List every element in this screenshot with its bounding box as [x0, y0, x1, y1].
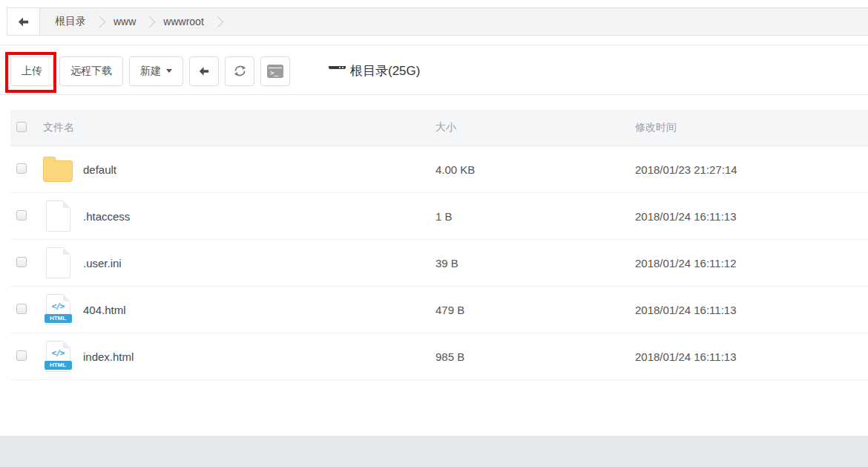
row-checkbox[interactable] — [16, 257, 27, 267]
file-size: 4.00 KB — [435, 163, 635, 176]
hard-drive-icon — [329, 65, 346, 77]
arrow-left-icon — [17, 16, 30, 27]
html-file-icon: </> HTML — [46, 341, 70, 372]
table-row-404html[interactable]: </> HTML 404.html 479 B 2018/01/24 16:11… — [10, 287, 868, 333]
caret-down-icon — [166, 69, 172, 73]
refresh-icon — [233, 64, 247, 78]
table-row-default[interactable]: default 4.00 KB 2018/01/23 21:27:14 — [10, 146, 868, 193]
file-name-link[interactable]: .user.ini — [83, 257, 122, 270]
breadcrumb-items: 根目录 www wwwroot — [40, 8, 224, 35]
file-size: 985 B — [435, 350, 635, 363]
file-mtime: 2018/01/24 16:11:13 — [635, 350, 868, 363]
new-dropdown-button[interactable]: 新建 — [129, 56, 183, 86]
table-row-userini[interactable]: .user.ini 39 B 2018/01/24 16:11:12 — [10, 240, 868, 287]
upload-button[interactable]: 上传 — [10, 56, 53, 86]
disk-root-label: 根目录(25G) — [350, 62, 420, 79]
breadcrumb-item-www[interactable]: www — [106, 16, 143, 27]
row-checkbox[interactable] — [16, 304, 27, 314]
file-mtime: 2018/01/24 16:11:13 — [635, 304, 868, 316]
disk-root-link[interactable]: 根目录(25G) — [329, 62, 420, 79]
file-name-link[interactable]: default — [83, 163, 116, 176]
remote-download-button[interactable]: 远程下载 — [59, 56, 123, 86]
file-icon — [46, 247, 70, 278]
file-size: 1 B — [435, 210, 635, 223]
column-header-filename: 文件名 — [43, 121, 435, 134]
file-name-link[interactable]: .htaccess — [83, 210, 130, 223]
file-mtime: 2018/01/24 16:11:13 — [635, 210, 868, 223]
file-mtime: 2018/01/23 21:27:14 — [635, 163, 868, 176]
file-size: 39 B — [435, 257, 635, 270]
table-row-indexhtml[interactable]: </> HTML index.html 985 B 2018/01/24 16:… — [10, 333, 868, 380]
chevron-right-icon — [94, 16, 106, 27]
breadcrumb-item-root[interactable]: 根目录 — [47, 15, 93, 28]
column-header-size: 大小 — [435, 121, 635, 134]
chevron-right-icon — [144, 16, 156, 27]
file-mtime: 2018/01/24 16:11:12 — [635, 257, 868, 270]
folder-icon — [43, 160, 73, 182]
new-dropdown-label: 新建 — [140, 65, 161, 78]
breadcrumb-back-button[interactable] — [7, 8, 40, 35]
footer-band — [0, 436, 868, 467]
refresh-button[interactable] — [225, 56, 254, 86]
chevron-right-icon — [212, 16, 224, 27]
file-icon — [46, 200, 70, 232]
back-button[interactable] — [189, 56, 219, 86]
terminal-icon: >_ — [267, 65, 283, 78]
breadcrumb-item-wwwroot[interactable]: wwwroot — [156, 16, 211, 27]
html-file-icon: </> HTML — [46, 294, 70, 325]
toolbar: 上传 远程下载 新建 >_ 根目录(25G) — [0, 45, 868, 95]
file-table: 文件名 大小 修改时间 default 4.00 KB 2018/01/23 2… — [10, 110, 868, 380]
arrow-left-icon — [198, 66, 210, 76]
table-row-htaccess[interactable]: .htaccess 1 B 2018/01/24 16:11:13 — [10, 193, 868, 240]
table-header-row: 文件名 大小 修改时间 — [10, 110, 868, 146]
terminal-button[interactable]: >_ — [260, 56, 290, 86]
row-checkbox[interactable] — [16, 163, 27, 174]
column-header-mtime: 修改时间 — [635, 121, 868, 134]
file-name-link[interactable]: 404.html — [83, 304, 126, 316]
select-all-checkbox[interactable] — [16, 122, 27, 132]
file-size: 479 B — [435, 304, 635, 316]
breadcrumb: 根目录 www wwwroot — [7, 7, 868, 36]
row-checkbox[interactable] — [16, 350, 27, 361]
file-name-link[interactable]: index.html — [83, 350, 134, 363]
row-checkbox[interactable] — [16, 210, 27, 221]
